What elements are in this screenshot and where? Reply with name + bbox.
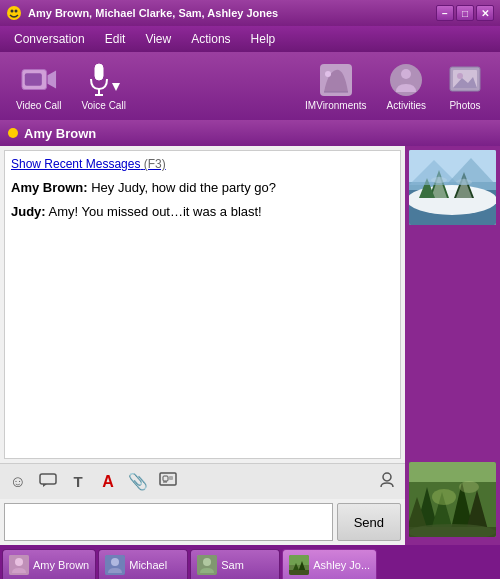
svg-rect-21 bbox=[163, 476, 168, 481]
svg-marker-4 bbox=[47, 70, 56, 88]
smiley-icon: ☺ bbox=[10, 473, 26, 491]
menu-view[interactable]: View bbox=[135, 29, 181, 49]
maximize-button[interactable]: □ bbox=[456, 5, 474, 21]
photos-label: Photos bbox=[449, 100, 480, 111]
svg-point-51 bbox=[15, 558, 23, 566]
font-button[interactable]: T bbox=[66, 470, 90, 494]
status-indicator bbox=[8, 128, 18, 138]
message-text-2: Amy! You missed out…it was a blast! bbox=[49, 204, 262, 219]
activities-button[interactable]: Activities bbox=[379, 58, 434, 115]
voice-call-icon-wrap bbox=[86, 62, 122, 98]
attach-button[interactable]: 📎 bbox=[126, 470, 150, 494]
message-input[interactable] bbox=[4, 503, 333, 541]
menu-help[interactable]: Help bbox=[241, 29, 286, 49]
menu-conversation[interactable]: Conversation bbox=[4, 29, 95, 49]
title-bar: Amy Brown, Michael Clarke, Sam, Ashley J… bbox=[0, 0, 500, 26]
shortcut-key: (F3) bbox=[144, 157, 166, 171]
color-icon: A bbox=[102, 473, 114, 491]
video-call-label: Video Call bbox=[16, 100, 61, 111]
screenshot-icon bbox=[159, 472, 177, 492]
tab-avatar-amy bbox=[9, 555, 29, 575]
screenshot-button[interactable] bbox=[156, 470, 180, 494]
contact-name: Amy Brown bbox=[24, 126, 96, 141]
photos-button[interactable]: Photos bbox=[438, 58, 492, 115]
tab-name-sam: Sam bbox=[221, 559, 244, 571]
tab-michael[interactable]: Michael bbox=[98, 549, 188, 579]
svg-rect-5 bbox=[24, 73, 41, 85]
chat-area: Show Recent Messages (F3) Amy Brown: Hey… bbox=[0, 146, 405, 545]
chat-styles-button[interactable] bbox=[36, 470, 60, 494]
svg-marker-9 bbox=[112, 83, 120, 91]
video-call-button[interactable]: Video Call bbox=[8, 58, 69, 115]
close-button[interactable]: ✕ bbox=[476, 5, 494, 21]
nudge-button[interactable] bbox=[375, 470, 399, 494]
minimize-button[interactable]: − bbox=[436, 5, 454, 21]
window-controls: − □ ✕ bbox=[436, 5, 494, 21]
svg-point-11 bbox=[325, 71, 331, 77]
voice-call-button[interactable]: Voice Call bbox=[73, 58, 133, 115]
imvironments-icon bbox=[318, 62, 354, 98]
menu-bar: Conversation Edit View Actions Help bbox=[0, 26, 500, 52]
svg-rect-57 bbox=[289, 555, 309, 565]
nudge-icon bbox=[378, 471, 396, 493]
svg-point-46 bbox=[432, 489, 456, 505]
tab-name-ashley: Ashley Jo... bbox=[313, 559, 370, 571]
message-2: Judy: Amy! You missed out…it was a blast… bbox=[11, 203, 394, 221]
video-call-icon-wrap bbox=[21, 62, 57, 98]
svg-rect-22 bbox=[169, 476, 173, 480]
tab-amy-brown[interactable]: Amy Brown bbox=[2, 549, 96, 579]
voice-call-label: Voice Call bbox=[81, 100, 125, 111]
imvironments-label: IMVironments bbox=[305, 100, 367, 111]
sender-1: Amy Brown: bbox=[11, 180, 88, 195]
tab-ashley[interactable]: Ashley Jo... bbox=[282, 549, 377, 579]
attach-icon: 📎 bbox=[128, 472, 148, 491]
svg-point-55 bbox=[203, 558, 211, 566]
tab-avatar-michael bbox=[105, 555, 125, 575]
window-title: Amy Brown, Michael Clarke, Sam, Ashley J… bbox=[28, 7, 436, 19]
show-recent-link[interactable]: Show Recent Messages (F3) bbox=[11, 157, 394, 171]
tab-sam[interactable]: Sam bbox=[190, 549, 280, 579]
input-toolbar: ☺ T A 📎 bbox=[0, 463, 405, 499]
svg-point-2 bbox=[15, 10, 18, 13]
sender-2: Judy: bbox=[11, 204, 46, 219]
svg-rect-18 bbox=[40, 474, 56, 484]
menu-edit[interactable]: Edit bbox=[95, 29, 136, 49]
svg-rect-6 bbox=[95, 64, 103, 80]
window: Amy Brown, Michael Clarke, Sam, Ashley J… bbox=[0, 0, 500, 579]
font-icon: T bbox=[73, 473, 82, 490]
svg-point-1 bbox=[11, 10, 14, 13]
tab-avatar-ashley bbox=[289, 555, 309, 575]
main-content: Show Recent Messages (F3) Amy Brown: Hey… bbox=[0, 146, 500, 545]
svg-rect-60 bbox=[289, 570, 309, 575]
input-area: Send bbox=[0, 499, 405, 545]
message-1: Amy Brown: Hey Judy, how did the party g… bbox=[11, 179, 394, 197]
imvironments-button[interactable]: IMVironments bbox=[297, 58, 375, 115]
activities-label: Activities bbox=[387, 100, 426, 111]
svg-point-29 bbox=[409, 185, 496, 215]
messages-panel[interactable]: Show Recent Messages (F3) Amy Brown: Hey… bbox=[4, 150, 401, 459]
sidebar-image-forest bbox=[409, 462, 496, 537]
tab-name-michael: Michael bbox=[129, 559, 167, 571]
send-button[interactable]: Send bbox=[337, 503, 401, 541]
svg-point-53 bbox=[111, 558, 119, 566]
tab-avatar-sam bbox=[197, 555, 217, 575]
svg-point-13 bbox=[401, 69, 411, 79]
svg-point-24 bbox=[383, 473, 391, 481]
conversation-tabs: Amy Brown Michael Sam bbox=[0, 545, 500, 579]
contact-status-bar: Amy Brown bbox=[0, 120, 500, 146]
message-text-1: Hey Judy, how did the party go? bbox=[91, 180, 276, 195]
color-button[interactable]: A bbox=[96, 470, 120, 494]
activities-icon bbox=[388, 62, 424, 98]
app-icon bbox=[6, 5, 22, 21]
chat-icon bbox=[39, 473, 57, 491]
svg-rect-40 bbox=[409, 462, 496, 482]
tab-name-amy: Amy Brown bbox=[33, 559, 89, 571]
photos-icon bbox=[447, 62, 483, 98]
toolbar: Video Call Voice Call bbox=[0, 52, 500, 120]
svg-point-0 bbox=[7, 6, 21, 20]
sidebar-image-snow bbox=[409, 150, 496, 225]
sidebar bbox=[405, 146, 500, 545]
smiley-button[interactable]: ☺ bbox=[6, 470, 30, 494]
svg-point-47 bbox=[459, 481, 479, 493]
menu-actions[interactable]: Actions bbox=[181, 29, 240, 49]
